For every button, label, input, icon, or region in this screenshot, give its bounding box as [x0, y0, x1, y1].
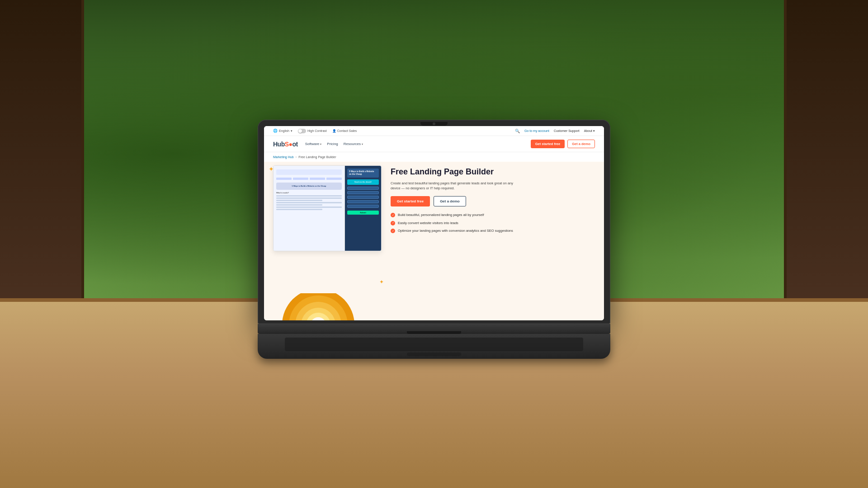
feature-check-icon-3: ✓ [391, 229, 395, 233]
mockup-nav-bar [276, 178, 342, 180]
trackpad [407, 352, 461, 356]
mockup-text-6 [276, 206, 342, 208]
software-label: Software [305, 142, 320, 146]
main-navigation: HubS●ot Software ▾ Pricing [264, 136, 604, 152]
contact-sales-link[interactable]: 👤 Contact Sales [332, 129, 357, 132]
nav-links: Software ▾ Pricing Resources ▾ [305, 142, 363, 146]
person-icon: 👤 [332, 129, 336, 132]
laptop-screen-bezel: 🌐 English ▾ High Contrast [258, 120, 610, 324]
logo-dot: ● [289, 140, 292, 147]
feature-item-2: ✓ Easily convert website visitors into l… [391, 221, 595, 226]
utility-bar-right: 🔍 Go to my account Customer Support Abou… [515, 128, 595, 133]
rainbow-graphic [282, 293, 354, 320]
feature-text-1: Build beautiful, personalized landing pa… [398, 213, 484, 218]
mockup-title-text: 5 Ways to Build a Website on the Cheap [349, 170, 377, 176]
keyboard-area [285, 338, 583, 351]
laptop: 🌐 English ▾ High Contrast [258, 120, 610, 359]
nav-resources[interactable]: Resources ▾ [344, 142, 363, 146]
hero-cta-group: Get started free Get a demo [391, 196, 595, 206]
about-link[interactable]: About ▾ [584, 129, 595, 132]
feature-item-3: ✓ Optimize your landing pages with conve… [391, 229, 595, 234]
laptop-keyboard-base [258, 334, 610, 359]
mockup-text-7 [276, 209, 322, 210]
feature-text-2: Easily convert website visitors into lea… [398, 221, 458, 226]
about-chevron: ▾ [593, 129, 595, 132]
feature-check-icon-2: ✓ [391, 221, 395, 225]
contact-sales-label: Contact Sales [337, 129, 357, 132]
sparkle-top-left-icon: ✦ [269, 165, 274, 173]
feature-check-icon-1: ✓ [391, 213, 395, 217]
landing-page-mockup: 5 Ways to Build a Website on the Cheap W… [273, 165, 382, 251]
high-contrast-label: High Contrast [307, 129, 327, 132]
toggle-thumb [298, 129, 302, 132]
utility-bar-left: 🌐 English ▾ High Contrast [273, 128, 357, 133]
mockup-nav-btn-1 [276, 178, 292, 180]
mockup-text-2 [276, 197, 342, 199]
customer-support-link[interactable]: Customer Support [554, 129, 580, 132]
hero-text: Free Landing Page Builder Create and tes… [391, 165, 595, 290]
mockup-header-bar [276, 169, 342, 175]
language-selector[interactable]: 🌐 English ▾ [273, 129, 292, 133]
mockup-field-4 [347, 200, 379, 203]
mockup-field-3 [347, 196, 379, 199]
breadcrumb: Marketing Hub › Free Landing Page Builde… [264, 152, 604, 162]
mockup-text-3 [276, 200, 322, 201]
laptop-screen: 🌐 English ▾ High Contrast [264, 126, 604, 320]
breadcrumb-current: Free Landing Page Builder [298, 155, 336, 159]
hubspot-logo[interactable]: HubS●ot [273, 140, 298, 147]
mockup-nav-btn-2 [293, 178, 308, 180]
language-label: English [279, 129, 289, 132]
go-to-account-link[interactable]: Go to my account [524, 129, 549, 132]
mockup-text-5 [276, 204, 322, 206]
mockup-nav-btn-3 [310, 178, 325, 180]
nav-software[interactable]: Software ▾ [305, 142, 322, 146]
toggle-track [298, 128, 306, 133]
hero-get-demo-button[interactable]: Get a demo [434, 196, 466, 206]
mockup-left-panel: 5 Ways to Build a Website on the Cheap W… [274, 166, 345, 251]
resources-label: Resources [344, 142, 361, 146]
software-chevron-icon: ▾ [320, 142, 321, 145]
camera-dot [433, 122, 435, 125]
mockup-whats-inside: What's inside? [276, 192, 342, 194]
logo-pt: ot [292, 140, 298, 147]
hero-mockup: ✦ [273, 165, 382, 290]
website-content: 🌐 English ▾ High Contrast [264, 126, 604, 320]
feature-list: ✓ Build beautiful, personalized landing … [391, 213, 595, 234]
high-contrast-toggle[interactable]: High Contrast [298, 128, 327, 133]
search-icon[interactable]: 🔍 [515, 128, 520, 133]
mockup-ebook-title: 5 Ways to Build a Website on the Cheap [278, 185, 340, 188]
mockup-title-block: 5 Ways to Build a Website on the Cheap [347, 169, 379, 178]
nav-ctas: Get started free Get a demo [531, 140, 595, 148]
feature-item-1: ✓ Build beautiful, personalized landing … [391, 213, 595, 218]
resources-chevron-icon: ▾ [362, 142, 363, 145]
mockup-right-panel: 5 Ways to Build a Website on the Cheap S… [345, 166, 381, 251]
mockup-text-1 [276, 195, 342, 197]
mockup-field-5 [347, 205, 379, 208]
about-label: About [584, 129, 592, 132]
mockup-ebook-cover: 5 Ways to Build a Website on the Cheap [276, 183, 342, 190]
mockup-send-btn: Send me the ebook! [347, 179, 379, 185]
hero-description: Create and test beautiful landing pages … [391, 181, 517, 191]
mockup-field-2 [347, 191, 379, 194]
laptop-bottom-bezel [258, 324, 610, 334]
mockup-text-4 [276, 202, 342, 203]
nav-get-demo-button[interactable]: Get a demo [567, 140, 595, 148]
feature-text-3: Optimize your landing pages with convers… [398, 229, 513, 234]
language-chevron: ▾ [291, 129, 292, 132]
sparkle-bottom-right-icon: ✦ [379, 279, 384, 285]
nav-pricing[interactable]: Pricing [327, 142, 338, 146]
breadcrumb-parent-link[interactable]: Marketing Hub [273, 155, 294, 159]
camera-notch [420, 122, 448, 126]
utility-bar: 🌐 English ▾ High Contrast [264, 126, 604, 136]
nav-get-started-button[interactable]: Get started free [531, 140, 565, 148]
mockup-text-lines [276, 195, 342, 210]
globe-icon: 🌐 [273, 129, 278, 133]
breadcrumb-separator: › [296, 155, 297, 159]
mockup-form-fields [347, 187, 379, 208]
pricing-label: Pricing [327, 142, 338, 146]
mockup-submit-btn: Submit [347, 211, 379, 215]
mockup-nav-btn-4 [326, 178, 342, 180]
hero-title: Free Landing Page Builder [391, 167, 595, 177]
logo-spot: S [285, 140, 289, 147]
hero-get-started-button[interactable]: Get started free [391, 196, 430, 206]
